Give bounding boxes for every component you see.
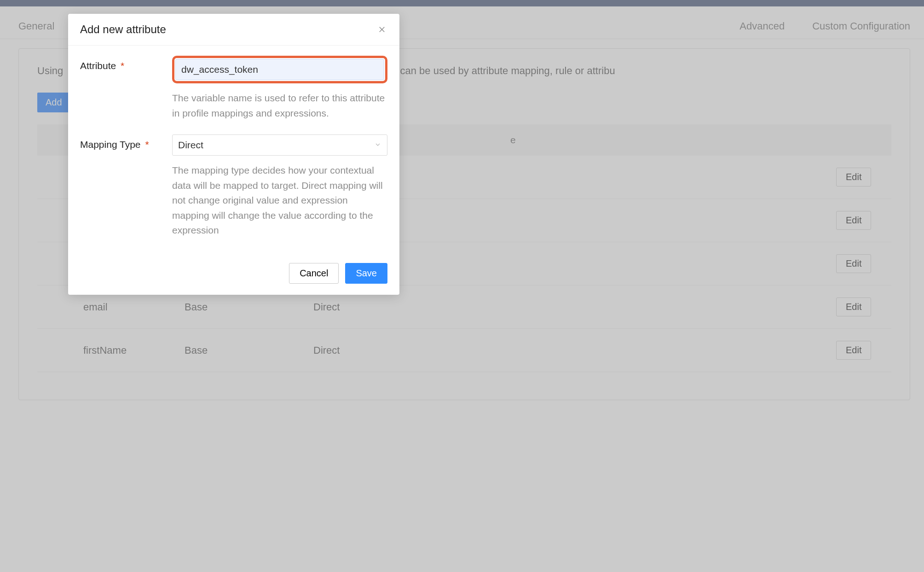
mapping-type-row: Mapping Type * Direct The mapping type d… xyxy=(80,134,387,238)
modal-overlay[interactable]: Add new attribute Attribute * The v xyxy=(0,0,924,572)
required-marker: * xyxy=(121,60,124,71)
modal-body: Attribute * The variable name is used to… xyxy=(68,46,399,256)
attribute-label-text: Attribute xyxy=(80,60,116,71)
mapping-type-select[interactable]: Direct xyxy=(172,134,387,156)
mapping-type-help-text: The mapping type decides how your contex… xyxy=(172,163,387,238)
close-icon[interactable] xyxy=(376,24,387,35)
mapping-type-label-text: Mapping Type xyxy=(80,139,141,150)
save-button[interactable]: Save xyxy=(345,263,387,284)
attribute-label: Attribute * xyxy=(80,56,172,121)
chevron-down-icon xyxy=(374,140,381,151)
modal-header: Add new attribute xyxy=(68,14,399,46)
attribute-row: Attribute * The variable name is used to… xyxy=(80,56,387,121)
attribute-input-highlight xyxy=(172,56,387,83)
cancel-button[interactable]: Cancel xyxy=(289,263,339,284)
add-attribute-modal: Add new attribute Attribute * The v xyxy=(68,14,399,295)
modal-title: Add new attribute xyxy=(80,23,166,36)
mapping-type-selected-value: Direct xyxy=(178,140,203,151)
required-marker: * xyxy=(145,139,149,150)
mapping-type-label: Mapping Type * xyxy=(80,134,172,238)
modal-footer: Cancel Save xyxy=(68,256,399,295)
attribute-help-text: The variable name is used to refer to th… xyxy=(172,91,387,121)
attribute-input[interactable] xyxy=(175,59,384,80)
